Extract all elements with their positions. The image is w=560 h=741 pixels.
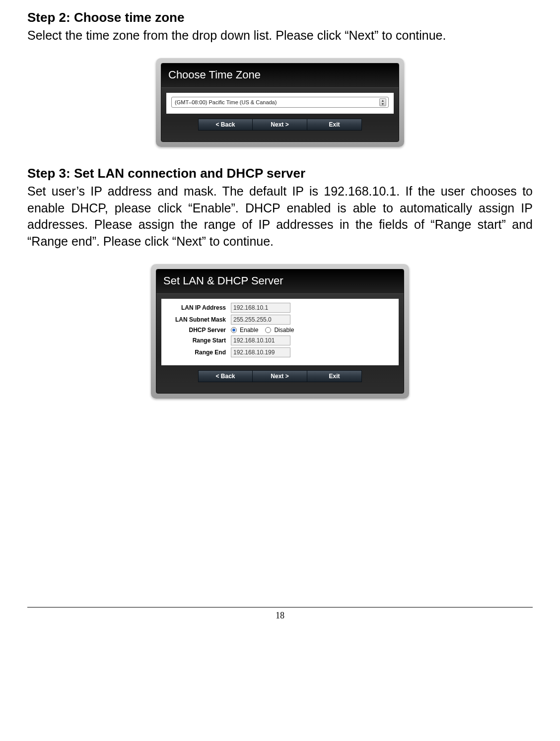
- subnet-input[interactable]: [231, 315, 290, 325]
- step3-body: Set user’s IP address and mask. The defa…: [27, 183, 533, 250]
- exit-button[interactable]: Exit: [307, 119, 362, 131]
- dhcp-label: DHCP Server: [166, 327, 231, 334]
- lan-panel-inner: Set LAN & DHCP Server LAN IP Address LAN…: [156, 269, 404, 394]
- dhcp-disable-radio[interactable]: [265, 327, 271, 333]
- timezone-panel-title: Choose Time Zone: [161, 64, 399, 88]
- timezone-panel-inner: Choose Time Zone (GMT–08:00) Pacific Tim…: [161, 63, 399, 142]
- range-start-label: Range Start: [166, 337, 231, 344]
- range-start-input[interactable]: [231, 336, 290, 345]
- timezone-panel-body: (GMT–08:00) Pacific Time (US & Canada) ▲…: [166, 93, 394, 114]
- page-footer: 18: [27, 607, 533, 621]
- lan-ip-input[interactable]: [231, 303, 290, 313]
- select-stepper-icon: ▲▼: [379, 98, 386, 106]
- next-button[interactable]: Next >: [253, 370, 307, 382]
- step2-body: Select the time zone from the drop down …: [27, 27, 533, 44]
- dhcp-row: DHCP Server Enable Disable: [166, 327, 394, 334]
- back-button[interactable]: < Back: [198, 119, 253, 131]
- timezone-select[interactable]: (GMT–08:00) Pacific Time (US & Canada) ▲…: [171, 97, 389, 108]
- lan-panel: Set LAN & DHCP Server LAN IP Address LAN…: [151, 264, 409, 399]
- step2-heading: Step 2: Choose time zone: [27, 10, 533, 25]
- timezone-panel: Choose Time Zone (GMT–08:00) Pacific Tim…: [156, 58, 404, 147]
- dhcp-disable-label: Disable: [274, 327, 294, 334]
- range-end-input[interactable]: [231, 347, 290, 357]
- subnet-row: LAN Subnet Mask: [166, 315, 394, 325]
- lan-button-row: < Back Next > Exit: [156, 370, 404, 382]
- exit-button[interactable]: Exit: [307, 370, 362, 382]
- dhcp-radio-group: Enable Disable: [231, 327, 299, 334]
- dhcp-enable-radio[interactable]: [231, 327, 237, 333]
- range-start-row: Range Start: [166, 336, 394, 345]
- lan-ip-row: LAN IP Address: [166, 303, 394, 313]
- page-number: 18: [276, 610, 284, 620]
- dhcp-enable-label: Enable: [240, 327, 258, 334]
- range-end-label: Range End: [166, 349, 231, 356]
- timezone-button-row: < Back Next > Exit: [161, 119, 399, 131]
- subnet-label: LAN Subnet Mask: [166, 316, 231, 323]
- next-button[interactable]: Next >: [253, 119, 307, 131]
- back-button[interactable]: < Back: [198, 370, 253, 382]
- lan-panel-title: Set LAN & DHCP Server: [156, 269, 404, 294]
- timezone-select-value: (GMT–08:00) Pacific Time (US & Canada): [175, 99, 277, 105]
- lan-panel-body: LAN IP Address LAN Subnet Mask DHCP Serv…: [161, 299, 399, 365]
- step3-heading: Step 3: Set LAN connection and DHCP serv…: [27, 166, 533, 181]
- lan-ip-label: LAN IP Address: [166, 304, 231, 311]
- range-end-row: Range End: [166, 347, 394, 357]
